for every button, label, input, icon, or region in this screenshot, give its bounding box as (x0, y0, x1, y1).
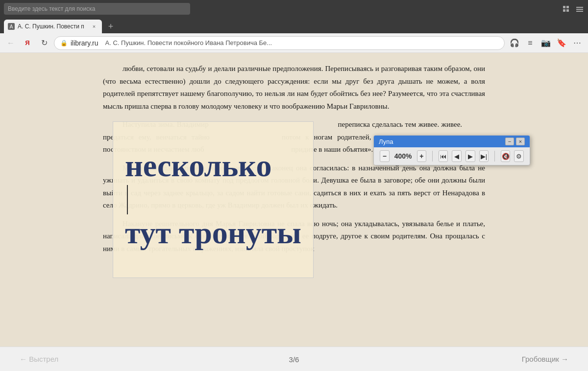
address-bar[interactable]: 🔒 ilibrary.ru А. С. Пушкин. Повести поко… (54, 36, 505, 50)
headphones-icon[interactable]: 🎧 (508, 36, 521, 50)
magnifier-controls-bar: − 400% + ⏮ ◀ ▶ ▶| 🔇 ⚙ (374, 147, 530, 165)
magnifier-overlay: несколько тут тронуты (113, 121, 314, 278)
play-button[interactable]: ▶ (466, 150, 475, 162)
browser-top-bar: Введите здесь текст для поиска (0, 0, 588, 18)
page-title-in-nav: А. С. Пушкин. Повести покойного Ивана Пе… (105, 39, 272, 46)
magnified-line-1: несколько (125, 147, 301, 185)
magnified-line-2: тут тронуты (125, 214, 301, 252)
tab-favicon: А (8, 23, 15, 30)
text-cursor (127, 185, 128, 214)
magnifier-minimize-button[interactable]: − (505, 138, 514, 145)
divider-2 (494, 151, 495, 162)
text-icon[interactable]: ≡ (523, 36, 537, 50)
search-bar[interactable]: Введите здесь текст для поиска (4, 3, 190, 15)
url-text: ilibrary.ru (71, 39, 98, 47)
next-chapter-button[interactable]: Гробовщик → (522, 355, 568, 363)
magnifier-close-button[interactable]: × (516, 138, 525, 145)
yandex-icon[interactable]: Я (21, 36, 34, 50)
icon1[interactable] (562, 4, 570, 13)
svg-rect-5 (576, 9, 583, 10)
content-area: любви, сетовали на судьбу и делали разли… (0, 53, 588, 347)
lock-icon: 🔒 (60, 40, 68, 46)
skip-back-button[interactable]: ⏮ (439, 150, 448, 162)
magnifier-title: Лупа (379, 138, 393, 145)
zoom-in-button[interactable]: + (417, 150, 427, 162)
svg-rect-3 (566, 9, 569, 12)
nav-right-icons: 🎧 ≡ 📷 🔖 ⋯ (508, 36, 584, 50)
magnifier-toolbar: Лупа − × − 400% + ⏮ ◀ ▶ ▶| 🔇 ⚙ (373, 135, 530, 165)
browser-top-icons (562, 4, 584, 13)
svg-rect-6 (576, 11, 583, 12)
settings-button[interactable]: ⚙ (514, 150, 524, 162)
bottom-nav: ← Выстрел 3/6 Гробовщик → (0, 347, 588, 371)
book-paragraph-1: любви, сетовали на судьбу и делали разли… (103, 63, 485, 113)
back-button[interactable]: ← (4, 36, 18, 50)
svg-rect-0 (563, 6, 565, 8)
magnified-text: несколько тут тронуты (115, 138, 311, 262)
svg-rect-4 (576, 7, 583, 8)
tab-close-button[interactable]: × (90, 23, 98, 30)
magnifier-title-bar: Лупа − × (374, 136, 530, 147)
camera-icon[interactable]: 📷 (539, 36, 553, 50)
more-icon[interactable]: ⋯ (570, 36, 584, 50)
svg-rect-1 (566, 6, 569, 8)
zoom-out-button[interactable]: − (380, 150, 390, 162)
tab-title: А. С. Пушкин. Повести п (18, 23, 84, 30)
prev-button[interactable]: ◀ (452, 150, 462, 162)
magnified-line-cursor (125, 185, 301, 214)
page-counter: 3/6 (289, 355, 299, 364)
next-chapter-label: Гробовщик → (522, 355, 568, 363)
search-placeholder: Введите здесь текст для поиска (8, 5, 95, 12)
icon2[interactable] (575, 4, 584, 13)
zoom-level-label: 400% (393, 152, 413, 160)
divider-1 (432, 151, 433, 162)
svg-rect-2 (563, 9, 565, 12)
next-button[interactable]: ▶| (479, 150, 489, 162)
prev-chapter-button[interactable]: ← Выстрел (20, 355, 58, 363)
magnifier-window-controls: − × (505, 138, 525, 145)
new-tab-button[interactable]: + (104, 21, 118, 32)
prev-chapter-label: ← Выстрел (20, 355, 58, 363)
active-tab[interactable]: А А. С. Пушкин. Повести п × (4, 20, 102, 33)
sound-button[interactable]: 🔇 (501, 150, 511, 162)
tab-bar: А А. С. Пушкин. Повести п × + (0, 18, 588, 33)
refresh-button[interactable]: ↻ (37, 36, 51, 50)
bookmark-icon[interactable]: 🔖 (555, 36, 568, 50)
nav-bar: ← Я ↻ 🔒 ilibrary.ru А. С. Пушкин. Повест… (0, 33, 588, 53)
